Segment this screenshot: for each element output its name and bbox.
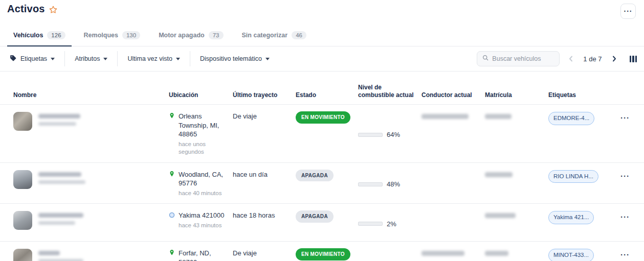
vehicle-name-cell[interactable] — [13, 249, 169, 261]
col-ultimo-trayecto: Último trayecto — [233, 91, 296, 99]
fuel-percent: 48% — [387, 180, 400, 189]
search-input[interactable] — [492, 55, 554, 62]
tag-icon — [10, 55, 17, 63]
fuel-percent: 2% — [387, 220, 396, 229]
columns-icon[interactable] — [630, 56, 637, 62]
vehicle-name-cell[interactable] — [13, 112, 169, 156]
table-row[interactable]: Orleans Township, MI, 48865 hace unos se… — [0, 105, 644, 163]
filter-dispositivo-telematico[interactable]: Dispositivo telemático — [190, 51, 279, 66]
location-updated: hace 43 minutos — [179, 222, 224, 230]
favorite-star-icon[interactable] — [49, 6, 57, 14]
page-more-button[interactable]: ··· — [620, 4, 636, 19]
driver-cell — [421, 170, 485, 198]
status-cell: APAGADA — [296, 211, 358, 235]
filter-atributos[interactable]: Atributos — [65, 51, 118, 66]
vehicle-photo — [13, 211, 32, 230]
fuel-percent: 64% — [387, 130, 400, 139]
row-more-button[interactable]: ··· — [620, 249, 637, 261]
filter-label: Ultima vez visto — [127, 55, 172, 62]
vehicle-photo — [13, 249, 32, 261]
tag-badge[interactable]: Yakima 421... — [548, 211, 594, 224]
location-updated: hace 40 minutos — [179, 189, 226, 198]
driver-cell — [421, 112, 485, 156]
fuel-cell: 2% — [358, 211, 421, 235]
row-more-button[interactable]: ··· — [620, 112, 637, 156]
fuel-gauge — [358, 222, 383, 226]
tab-motor-apagado[interactable]: Motor apagado 73 — [152, 25, 229, 46]
license-plate-cell — [485, 170, 548, 198]
col-nombre: Nombre — [13, 91, 169, 99]
search-icon — [482, 54, 489, 63]
row-more-button[interactable]: ··· — [620, 170, 637, 198]
vehicle-name-cell[interactable] — [13, 170, 169, 198]
license-plate-cell — [485, 112, 548, 156]
location-text: Forfar, ND, 58760 — [179, 249, 226, 261]
status-cell: EN MOVIMIENTO — [296, 249, 358, 261]
location-cell: Forfar, ND, 58760 hace unos segundos — [169, 249, 233, 261]
filter-toolbar: Etiquetas Atributos Ultima vez visto Dis… — [0, 46, 644, 72]
row-more-button[interactable]: ··· — [620, 211, 637, 235]
driver-cell — [421, 211, 485, 235]
filter-etiquetas[interactable]: Etiquetas — [0, 51, 65, 66]
location-text: Yakima 421000 — [179, 211, 224, 220]
pagination: 1 de 7 — [567, 54, 637, 63]
fuel-gauge — [358, 133, 383, 137]
tab-count-badge: 126 — [47, 31, 65, 39]
page-indicator: 1 de 7 — [583, 55, 602, 63]
chevron-down-icon — [265, 58, 270, 60]
location-cell: Orleans Township, MI, 48865 hace unos se… — [169, 112, 233, 156]
asset-tabs: Vehículos 126 Remolques 130 Motor apagad… — [0, 25, 644, 46]
tab-count-badge: 130 — [122, 31, 140, 39]
tag-badge[interactable]: RIO LINDA H... — [548, 170, 598, 183]
prev-page-button[interactable] — [567, 54, 575, 63]
location-text: Woodland, CA, 95776 — [179, 170, 226, 188]
vehicle-photo — [13, 170, 32, 189]
vehicle-photo — [13, 112, 32, 131]
vehicle-name-cell[interactable] — [13, 211, 169, 235]
filter-label: Etiquetas — [20, 55, 47, 62]
map-pin-icon — [169, 171, 175, 180]
map-pin-icon — [169, 112, 175, 122]
tags-cell: EDMORE-4... — [548, 112, 620, 156]
tags-cell: RIO LINDA H... — [548, 170, 620, 198]
driver-cell — [421, 249, 485, 261]
fuel-gauge — [358, 182, 383, 186]
location-cell: Woodland, CA, 95776 hace 40 minutos — [169, 170, 233, 198]
filter-label: Dispositivo telemático — [200, 55, 262, 62]
col-conductor: Conductor actual — [421, 91, 485, 99]
col-ubicacion: Ubicación — [169, 91, 233, 99]
tag-badge[interactable]: MINOT-433... — [548, 249, 594, 261]
fuel-cell: 64% — [358, 249, 421, 261]
last-trip-cell: De viaje — [233, 249, 296, 261]
status-cell: APAGADA — [296, 170, 358, 198]
geofence-icon — [169, 211, 175, 221]
table-row[interactable]: Woodland, CA, 95776 hace 40 minutos hace… — [0, 163, 644, 204]
table-row[interactable]: Forfar, ND, 58760 hace unos segundos De … — [0, 242, 644, 261]
table-header: Nombre Ubicación Último trayecto Estado … — [0, 72, 644, 105]
status-badge: APAGADA — [296, 170, 334, 182]
tab-count-badge: 73 — [209, 31, 224, 39]
table-row[interactable]: Yakima 421000 hace 43 minutos hace 18 ho… — [0, 204, 644, 242]
tags-cell: MINOT-433... — [548, 249, 620, 261]
tab-remolques[interactable]: Remolques 130 — [78, 25, 147, 46]
filter-ultima-vez-visto[interactable]: Ultima vez visto — [118, 51, 190, 66]
fuel-cell: 48% — [358, 170, 421, 198]
tab-vehiculos[interactable]: Vehículos 126 — [7, 25, 72, 46]
last-trip-cell: De viaje — [233, 112, 296, 156]
location-cell: Yakima 421000 hace 43 minutos — [169, 211, 233, 235]
status-badge: EN MOVIMIENTO — [296, 111, 350, 124]
redacted-name — [38, 249, 83, 261]
chevron-down-icon — [103, 58, 107, 60]
tab-label: Vehículos — [13, 32, 43, 39]
status-badge: EN MOVIMIENTO — [296, 248, 350, 260]
redacted-name — [38, 211, 83, 225]
last-trip-cell: hace un día — [233, 170, 296, 198]
status-badge: APAGADA — [296, 210, 334, 223]
col-matricula: Matrícula — [485, 91, 548, 99]
tab-sin-categorizar[interactable]: Sin categorizar 46 — [236, 25, 313, 46]
last-trip-cell: hace 18 horas — [233, 211, 296, 235]
tab-label: Motor apagado — [159, 32, 205, 39]
tag-badge[interactable]: EDMORE-4... — [548, 112, 594, 125]
col-etiquetas: Etiquetas — [548, 91, 620, 99]
next-page-button[interactable] — [610, 54, 618, 63]
